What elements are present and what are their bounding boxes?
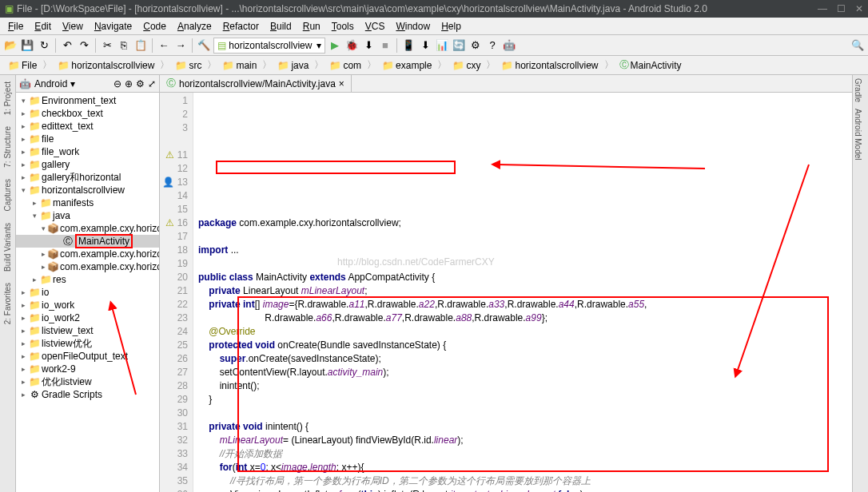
code-editor[interactable]: http://blog.csdn.net/CodeFarmerCXY packa… — [193, 93, 852, 492]
menu-refactor[interactable]: Refactor — [218, 19, 264, 34]
debug-icon[interactable]: 🐞 — [344, 38, 359, 53]
code-line[interactable]: setContentView(R.layout.activity_main); — [198, 366, 847, 379]
tree-item[interactable]: ▸📁io_work2 — [16, 311, 159, 324]
code-line[interactable]: protected void onCreate(Bundle savedInst… — [198, 339, 847, 352]
code-line[interactable]: mLinearLayout= (LinearLayout) findViewBy… — [198, 434, 847, 447]
back-icon[interactable]: ← — [157, 38, 171, 53]
save-icon[interactable]: 💾 — [20, 38, 34, 53]
dropdown-icon[interactable]: ▾ — [70, 78, 75, 89]
breadcrumb-item[interactable]: 📁 example — [379, 59, 435, 72]
maximize-button[interactable]: ☐ — [837, 3, 846, 14]
rail-android-model[interactable]: Android Model — [853, 105, 863, 163]
rail-gradle[interactable]: Gradle — [853, 75, 863, 105]
code-line[interactable]: } — [198, 393, 847, 407]
tree-item[interactable]: ▸📁listview优化 — [16, 337, 159, 350]
breadcrumb-item[interactable]: 📁 src — [172, 59, 205, 72]
run-icon[interactable]: ▶ — [328, 38, 342, 53]
tree-item[interactable]: ▸📁gallery — [16, 158, 159, 171]
search-icon[interactable]: 🔍 — [850, 38, 865, 53]
panel-title[interactable]: Android — [34, 78, 67, 89]
tree-item[interactable]: ▸⚙Gradle Scripts — [16, 388, 159, 401]
menu-view[interactable]: View — [58, 19, 88, 34]
tree-item[interactable]: ▸📁work2-9 — [16, 363, 159, 375]
settings-icon[interactable]: ⚙ — [468, 38, 483, 53]
menu-analyze[interactable]: Analyze — [173, 19, 217, 34]
project-tree[interactable]: ▾📁Environment_text▸📁checkbox_text▸📁editt… — [16, 93, 159, 492]
rail-build[interactable]: Build Variants — [2, 220, 13, 275]
stop-icon[interactable]: ■ — [378, 38, 392, 53]
menu-build[interactable]: Build — [265, 19, 297, 34]
rail-favorites[interactable]: 2: Favorites — [2, 280, 13, 327]
tab-close-icon[interactable]: × — [339, 78, 344, 89]
attach-icon[interactable]: ⬇ — [361, 38, 376, 53]
copy-icon[interactable]: ⎘ — [117, 38, 131, 53]
menu-vcs[interactable]: VCS — [360, 19, 390, 34]
breadcrumb-item[interactable]: 📁 horizontalscrollview — [54, 59, 157, 72]
code-line[interactable]: private LinearLayout mLinearLayout; — [198, 284, 847, 298]
collapse-icon[interactable]: ⊖ — [113, 78, 121, 89]
cut-icon[interactable]: ✂ — [100, 38, 114, 53]
code-line[interactable] — [198, 230, 847, 244]
code-line[interactable]: package com.example.cxy.horizontalscroll… — [198, 216, 847, 230]
code-line[interactable]: super.onCreate(savedInstanceState); — [198, 352, 847, 366]
code-line[interactable] — [198, 257, 847, 271]
code-line[interactable]: import ... — [198, 244, 847, 257]
minimize-button[interactable]: — — [818, 3, 827, 14]
tree-item[interactable]: ▸📁file_work — [16, 145, 159, 158]
open-icon[interactable]: 📂 — [3, 38, 18, 53]
menu-code[interactable]: Code — [138, 19, 171, 34]
code-line[interactable]: inintent(); — [198, 379, 847, 393]
code-line[interactable]: private void inintent() { — [198, 420, 847, 434]
build-icon[interactable]: 🔨 — [197, 38, 211, 53]
tree-item[interactable]: ▾📦com.example.cxy.horizonta — [16, 222, 159, 235]
tree-item[interactable]: ▸📁优化listview — [16, 375, 159, 388]
menu-file[interactable]: File — [3, 19, 28, 34]
rail-structure[interactable]: 7: Structure — [2, 123, 13, 171]
tree-item[interactable]: ▾📁java — [16, 209, 159, 222]
menu-tools[interactable]: Tools — [327, 19, 359, 34]
monitor-icon[interactable]: 📊 — [435, 38, 449, 53]
code-line[interactable]: private int[] image={R.drawable.a11,R.dr… — [198, 298, 847, 311]
menu-edit[interactable]: Edit — [30, 19, 56, 34]
code-line[interactable]: for(int x=0; x<image.length; x++){ — [198, 461, 847, 474]
tree-item[interactable]: ▸📁io_work — [16, 299, 159, 311]
code-line[interactable]: @Override — [198, 325, 847, 339]
undo-icon[interactable]: ↶ — [60, 38, 74, 53]
breadcrumb-item[interactable]: 📁 horizontalscrollview — [498, 59, 601, 72]
tree-item[interactable]: ▸📁manifests — [16, 196, 159, 209]
tree-item[interactable]: ▾📁Environment_text — [16, 94, 159, 107]
tree-item[interactable]: ▸📁io — [16, 286, 159, 299]
android-icon[interactable]: 🤖 — [502, 38, 516, 53]
breadcrumb-item[interactable]: 📁 main — [219, 59, 260, 72]
tree-item[interactable]: ▸📁listview_text — [16, 324, 159, 337]
breadcrumb-item[interactable]: 📁 cxy — [449, 59, 484, 72]
locate-icon[interactable]: ⊕ — [125, 78, 133, 89]
tree-item[interactable]: ▸📁checkbox_text — [16, 107, 159, 120]
tree-item[interactable]: ▸📦com.example.cxy.horizonta — [16, 248, 159, 260]
tree-item[interactable]: ⒸMainActivity — [16, 235, 159, 248]
code-line[interactable]: public class MainActivity extends AppCom… — [198, 271, 847, 284]
menu-window[interactable]: Window — [391, 19, 435, 34]
rail-captures[interactable]: Captures — [2, 176, 13, 215]
code-line[interactable] — [198, 407, 847, 420]
tree-item[interactable]: ▸📁gallery和horizontal — [16, 171, 159, 184]
run-config-select[interactable]: ▤ horizontalscrollview ▾ — [213, 38, 325, 54]
gear-icon[interactable]: ⚙ — [136, 78, 145, 89]
tree-item[interactable]: ▾📁horizontalscrollview — [16, 184, 159, 196]
sync-icon[interactable]: ↻ — [37, 38, 51, 53]
hide-icon[interactable]: ⤢ — [148, 78, 156, 89]
line-gutter[interactable]: 123⚠ 1112👤 131415⚠ 161718192021222324252… — [160, 93, 193, 492]
close-button[interactable]: ✕ — [855, 3, 863, 14]
tree-item[interactable]: ▸📁res — [16, 273, 159, 286]
menu-run[interactable]: Run — [298, 19, 325, 34]
sync-gradle-icon[interactable]: 🔄 — [452, 38, 466, 53]
tree-item[interactable]: ▸📁edittext_text — [16, 120, 159, 133]
code-line[interactable]: R.drawable.a66,R.drawable.a77,R.drawable… — [198, 311, 847, 325]
code-line[interactable]: //开始添加数据 — [198, 447, 847, 461]
tree-item[interactable]: ▸📁openFileOutput_text — [16, 350, 159, 363]
avd-icon[interactable]: 📱 — [401, 38, 416, 53]
breadcrumb-item[interactable]: 📁 java — [274, 59, 312, 72]
menu-help[interactable]: Help — [436, 19, 466, 34]
code-line[interactable]: View view=LayoutInflater.from(this).infl… — [198, 488, 847, 492]
tree-item[interactable]: ▸📁file — [16, 133, 159, 145]
